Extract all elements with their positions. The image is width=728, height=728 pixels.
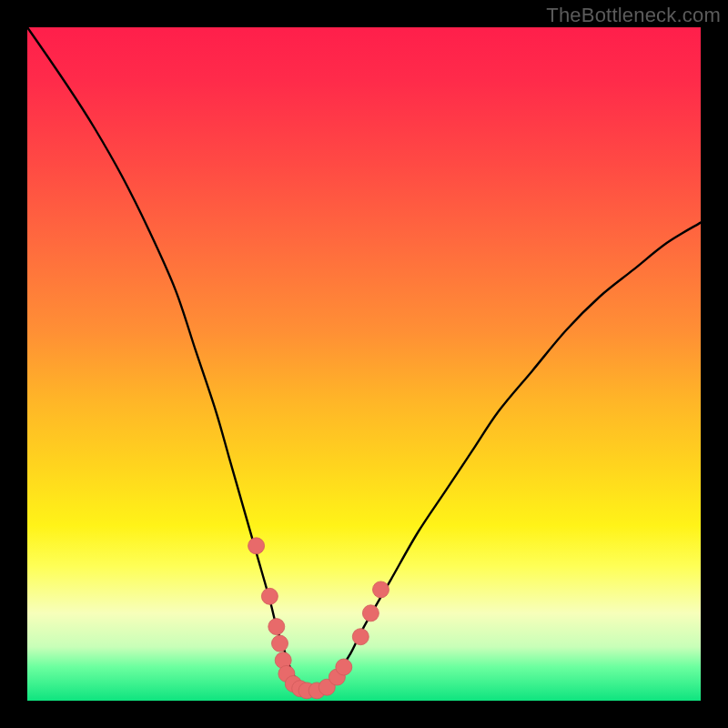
- curve-marker: [248, 538, 265, 554]
- curve-marker: [362, 605, 379, 622]
- curve-marker: [352, 629, 369, 645]
- curve-marker: [336, 659, 352, 675]
- bottleneck-curve-svg: [27, 27, 701, 701]
- curve-markers: [248, 538, 389, 699]
- watermark-text: TheBottleneck.com: [546, 4, 721, 27]
- curve-marker: [272, 635, 288, 652]
- bottleneck-curve: [27, 27, 703, 695]
- chart-frame: TheBottleneck.com: [0, 0, 728, 728]
- plot-area: [27, 27, 701, 701]
- curve-marker: [268, 619, 285, 635]
- curve-marker: [261, 588, 278, 604]
- curve-marker: [373, 581, 389, 598]
